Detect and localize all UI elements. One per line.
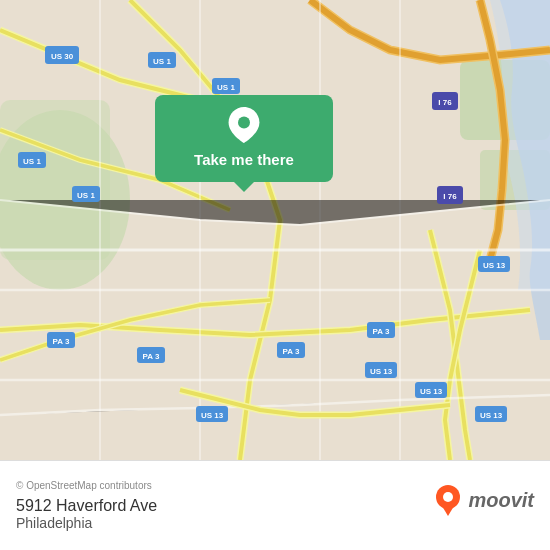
svg-text:US 13: US 13 <box>420 387 443 396</box>
svg-text:US 1: US 1 <box>153 57 171 66</box>
moovit-text: moovit <box>468 489 534 512</box>
svg-text:PA 3: PA 3 <box>283 347 300 356</box>
svg-rect-2 <box>0 100 110 260</box>
map-container: US 30 US 1 US 1 US 1 US 1 I 76 I 76 US 1… <box>0 0 550 460</box>
location-pin-icon <box>226 107 262 143</box>
svg-text:US 13: US 13 <box>370 367 393 376</box>
svg-text:I 76: I 76 <box>443 192 457 201</box>
svg-text:PA 3: PA 3 <box>373 327 390 336</box>
copyright-text: © OpenStreetMap contributors <box>16 480 157 491</box>
svg-text:PA 3: PA 3 <box>53 337 70 346</box>
svg-text:US 30: US 30 <box>51 52 74 61</box>
moovit-logo: moovit <box>432 484 534 516</box>
svg-text:US 1: US 1 <box>23 157 41 166</box>
svg-text:US 13: US 13 <box>483 261 506 270</box>
svg-point-44 <box>238 116 250 128</box>
svg-text:PA 3: PA 3 <box>143 352 160 361</box>
svg-text:US 1: US 1 <box>217 83 235 92</box>
popup-label: Take me there <box>194 151 294 168</box>
svg-point-46 <box>443 492 453 502</box>
city-text: Philadelphia <box>16 515 157 531</box>
svg-marker-47 <box>442 506 454 516</box>
svg-text:US 1: US 1 <box>77 191 95 200</box>
info-bar: © OpenStreetMap contributors 5912 Haverf… <box>0 460 550 550</box>
svg-text:US 13: US 13 <box>201 411 224 420</box>
svg-text:I 76: I 76 <box>438 98 452 107</box>
address-text: 5912 Haverford Ave <box>16 497 157 515</box>
moovit-icon <box>432 484 464 516</box>
take-me-there-popup[interactable]: Take me there <box>155 95 333 182</box>
svg-text:US 13: US 13 <box>480 411 503 420</box>
